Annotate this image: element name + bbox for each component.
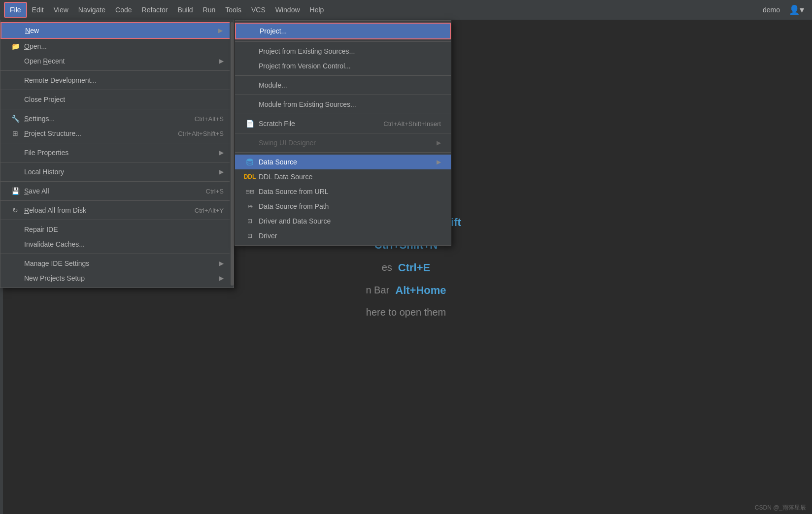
menu-item-project-structure-label: Project Structure... [24, 129, 81, 137]
menubar-build-label: Build [177, 6, 193, 14]
menu-item-remote-dev-label: Remote Development... [24, 76, 97, 84]
submenu-new-data-source-path[interactable]: 🗁 Data Source from Path [235, 199, 451, 214]
scrollbar-track[interactable] [230, 20, 234, 288]
submenu-new-project-existing[interactable]: Project from Existing Sources... [235, 44, 451, 59]
submenu-new-data-source-url-label: Data Source from URL [259, 188, 329, 195]
menu-item-settings-label: Settings... [24, 115, 55, 123]
bottom-bar: CSDN @_雨落星辰 [749, 502, 812, 514]
svg-point-0 [247, 159, 253, 161]
submenu-new-driver-data-source[interactable]: ⊡ Driver and Data Source [235, 214, 451, 228]
menu-item-close-project-label: Close Project [24, 96, 65, 103]
submenu-new-divider-5 [235, 133, 451, 133]
menubar-refactor[interactable]: Refactor [137, 3, 173, 17]
submenu-new-divider-2 [235, 75, 451, 76]
menu-item-new-label: New [25, 27, 39, 34]
menu-item-save-all[interactable]: 💾 Save All Ctrl+S [0, 184, 234, 198]
submenu-new-data-source-url[interactable]: ⊟⊞ Data Source from URL [235, 184, 451, 199]
divider-9 [0, 254, 234, 254]
menu-item-reload-disk[interactable]: ↻ Reload All from Disk Ctrl+Alt+Y [0, 203, 234, 218]
menubar-window[interactable]: Window [271, 3, 305, 17]
menubar: File Edit View Navigate Code Refactor Bu… [0, 0, 812, 20]
menubar-code[interactable]: Code [110, 3, 136, 17]
menu-item-new-projects-setup-label: New Projects Setup [24, 274, 85, 282]
menubar-navigate[interactable]: Navigate [73, 3, 110, 17]
submenu-new-module-label: Module... [259, 81, 287, 89]
menubar-code-label: Code [115, 6, 132, 14]
menu-item-project-structure[interactable]: ⊞ Project Structure... Ctrl+Alt+Shift+S [0, 126, 234, 141]
menu-item-repair-ide[interactable]: Repair IDE [0, 222, 234, 237]
swing-ui-arrow-icon: ▶ [437, 139, 441, 146]
submenu-new-divider-4 [235, 114, 451, 114]
submenu-new-ddl-data-source-label: DDL Data Source [259, 173, 312, 181]
menu-item-new-projects-setup[interactable]: New Projects Setup ▶ [0, 271, 234, 286]
submenu-new-module[interactable]: Module... [235, 78, 451, 93]
divider-1 [0, 70, 234, 71]
menu-item-file-properties-label: File Properties [24, 149, 68, 157]
submenu-new-driver-label: Driver [259, 232, 277, 240]
divider-8 [0, 220, 234, 220]
menubar-tools[interactable]: Tools [220, 3, 246, 17]
submenu-new-project[interactable]: Project... [235, 23, 451, 39]
menu-item-manage-ide-label: Manage IDE Settings [24, 259, 89, 267]
submenu-new-data-source[interactable]: Data Source ▶ [235, 155, 451, 169]
divider-7 [0, 200, 234, 201]
menu-item-close-project[interactable]: Close Project [0, 92, 234, 107]
menu-item-open-recent[interactable]: Open Recent ▶ [0, 54, 234, 68]
submenu-new-driver[interactable]: ⊡ Driver [235, 228, 451, 243]
menu-item-manage-ide[interactable]: Manage IDE Settings ▶ [0, 256, 234, 271]
settings-wrench-icon: 🔧 [10, 115, 20, 123]
new-projects-setup-arrow-icon: ▶ [219, 275, 224, 282]
divider-4 [0, 143, 234, 143]
menubar-demo: demo [758, 3, 785, 17]
menubar-view[interactable]: View [49, 3, 73, 17]
submenu-new-scratch-file[interactable]: 📄 Scratch File Ctrl+Alt+Shift+Insert [235, 116, 451, 131]
menubar-edit[interactable]: Edit [27, 3, 49, 17]
submenu-new-driver-data-source-label: Driver and Data Source [259, 217, 331, 225]
submenu-new-data-source-path-label: Data Source from Path [259, 202, 329, 210]
submenu-new-project-existing-label: Project from Existing Sources... [259, 47, 355, 55]
submenu-new-swing-ui: Swing UI Designer ▶ [235, 135, 451, 150]
scrollbar-thumb[interactable] [231, 22, 234, 286]
hint-text-5: here to open them [366, 307, 446, 318]
menubar-user-icon[interactable]: 👤▾ [785, 1, 808, 18]
open-recent-arrow-icon: ▶ [219, 58, 224, 64]
menu-item-remote-dev[interactable]: Remote Development... [0, 73, 234, 88]
submenu-new-module-existing-label: Module from Existing Sources... [259, 100, 356, 108]
menubar-vcs[interactable]: VCS [246, 3, 271, 17]
submenu-new-ddl-data-source[interactable]: DDL DDL Data Source [235, 169, 451, 184]
menubar-edit-label: Edit [32, 6, 44, 14]
settings-shortcut: Ctrl+Alt+S [195, 115, 224, 123]
submenu-new-project-vcs[interactable]: Project from Version Control... [235, 59, 451, 73]
menu-item-new[interactable]: New ▶ [0, 22, 234, 39]
menubar-window-label: Window [275, 6, 300, 14]
menubar-help[interactable]: Help [305, 3, 329, 17]
project-structure-shortcut: Ctrl+Alt+Shift+S [178, 130, 224, 137]
submenu-new-module-existing[interactable]: Module from Existing Sources... [235, 97, 451, 112]
menubar-vcs-label: VCS [251, 6, 266, 14]
menubar-tools-label: Tools [225, 6, 241, 14]
menubar-build[interactable]: Build [172, 3, 198, 17]
divider-2 [0, 90, 234, 90]
menu-item-invalidate-caches[interactable]: Invalidate Caches... [0, 237, 234, 252]
data-source-icon [245, 158, 255, 166]
reload-disk-shortcut: Ctrl+Alt+Y [195, 207, 224, 214]
menubar-run[interactable]: Run [198, 3, 221, 17]
submenu-new-scratch-file-label: Scratch File [259, 120, 295, 128]
menubar-file[interactable]: File [4, 2, 27, 18]
menu-item-settings[interactable]: 🔧 Settings... Ctrl+Alt+S [0, 111, 234, 126]
menubar-file-label: File [10, 6, 21, 14]
save-all-icon: 💾 [10, 187, 20, 195]
menu-item-open[interactable]: 📁 Open... [0, 39, 234, 54]
menubar-navigate-label: Navigate [78, 6, 105, 14]
local-history-arrow-icon: ▶ [219, 168, 224, 175]
menubar-help-label: Help [310, 6, 324, 14]
submenu-new: Project... Project from Existing Sources… [235, 20, 451, 246]
submenu-new-project-label: Project... [260, 27, 287, 35]
hint-row-4: n Bar Alt+Home [366, 284, 446, 297]
divider-5 [0, 162, 234, 162]
credit-text: CSDN @_雨落星辰 [755, 504, 806, 511]
menu-item-local-history[interactable]: Local History ▶ [0, 164, 234, 179]
menu-item-file-properties[interactable]: File Properties ▶ [0, 145, 234, 160]
file-properties-arrow-icon: ▶ [219, 149, 224, 156]
data-source-path-icon: 🗁 [245, 203, 255, 209]
